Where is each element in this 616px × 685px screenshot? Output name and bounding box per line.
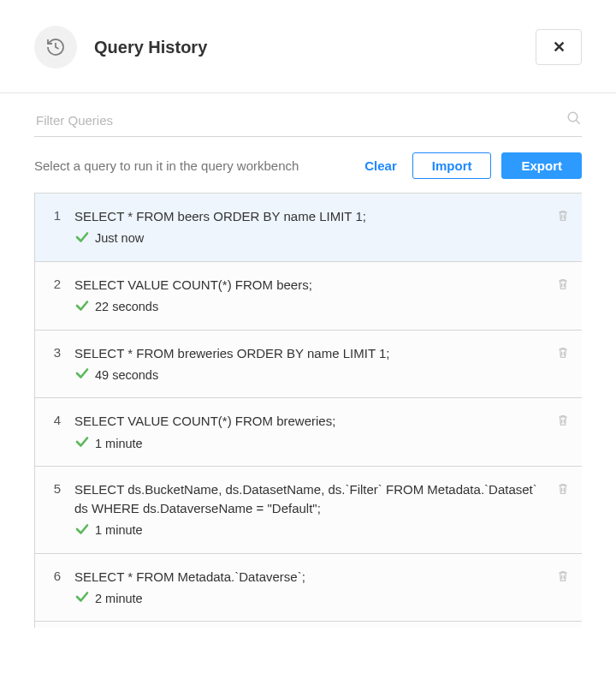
trash-icon: [556, 485, 570, 499]
query-meta: Just now: [74, 229, 542, 247]
search-icon: [566, 110, 582, 129]
close-icon: ✕: [553, 38, 566, 57]
query-sql: SELECT * FROM breweries ORDER BY name LI…: [74, 344, 542, 363]
query-row-number: 3: [47, 344, 61, 360]
query-meta: 2 minute: [74, 589, 542, 607]
query-meta: 1 minute: [74, 434, 542, 452]
trash-icon: [556, 280, 570, 295]
delete-query-button[interactable]: [556, 568, 570, 587]
filter-row: [34, 104, 582, 137]
query-sql: SELECT * FROM beers ORDER BY name LIMIT …: [74, 207, 542, 226]
filter-input[interactable]: [34, 112, 566, 128]
query-row[interactable]: 7SELECT meta(bw) AS meta, bw AS data FRO…: [35, 622, 582, 628]
query-row-number: 5: [47, 480, 61, 496]
query-time: 2 minute: [95, 592, 143, 605]
query-sql: SELECT ds.BucketName, ds.DatasetName, ds…: [74, 480, 542, 518]
query-time: Just now: [95, 231, 144, 245]
delete-query-button[interactable]: [556, 480, 570, 500]
query-sql: SELECT VALUE COUNT(*) FROM beers;: [74, 276, 542, 295]
query-row-number: 1: [47, 207, 61, 223]
query-row-number: 2: [47, 276, 61, 291]
query-row-content: SELECT VALUE COUNT(*) FROM breweries;1 m…: [74, 412, 542, 452]
trash-icon: [556, 572, 570, 587]
query-row[interactable]: 1SELECT * FROM beers ORDER BY name LIMIT…: [35, 194, 582, 262]
trash-icon: [556, 211, 570, 226]
query-meta: 1 minute: [74, 521, 542, 539]
check-icon: [74, 229, 90, 247]
check-icon: [74, 521, 90, 539]
query-row[interactable]: 2SELECT VALUE COUNT(*) FROM beers;22 sec…: [35, 262, 582, 331]
query-time: 1 minute: [95, 437, 143, 450]
delete-query-button[interactable]: [556, 207, 570, 227]
query-row[interactable]: 6SELECT * FROM Metadata.`Dataverse`;2 mi…: [35, 554, 582, 622]
dialog-title: Query History: [94, 38, 536, 57]
query-row-content: SELECT * FROM beers ORDER BY name LIMIT …: [74, 207, 542, 247]
delete-query-button[interactable]: [556, 276, 570, 295]
query-time: 49 seconds: [95, 368, 158, 382]
query-row-content: SELECT * FROM Metadata.`Dataverse`;2 min…: [74, 568, 542, 608]
check-icon: [74, 298, 90, 316]
trash-icon: [556, 348, 570, 363]
check-icon: [74, 434, 90, 452]
query-row-content: SELECT VALUE COUNT(*) FROM beers;22 seco…: [74, 276, 542, 316]
query-sql: SELECT * FROM Metadata.`Dataverse`;: [74, 568, 542, 587]
query-row-content: SELECT * FROM breweries ORDER BY name LI…: [74, 344, 542, 384]
dialog-body: Select a query to run it in the query wo…: [0, 93, 616, 628]
check-icon: [74, 589, 90, 607]
query-sql: SELECT VALUE COUNT(*) FROM breweries;: [74, 412, 542, 431]
query-row-number: 6: [47, 568, 61, 583]
clear-button[interactable]: Clear: [359, 153, 402, 178]
export-button[interactable]: Export: [501, 152, 582, 179]
query-row[interactable]: 4SELECT VALUE COUNT(*) FROM breweries;1 …: [35, 398, 582, 467]
instruction-text: Select a query to run it in the query wo…: [34, 158, 349, 173]
action-row: Select a query to run it in the query wo…: [34, 137, 582, 193]
query-list[interactable]: 1SELECT * FROM beers ORDER BY name LIMIT…: [34, 193, 582, 628]
query-row-number: 4: [47, 412, 61, 427]
close-button[interactable]: ✕: [536, 29, 582, 65]
check-icon: [74, 366, 90, 384]
query-row[interactable]: 5SELECT ds.BucketName, ds.DatasetName, d…: [35, 467, 582, 554]
delete-query-button[interactable]: [556, 412, 570, 432]
query-time: 22 seconds: [95, 300, 158, 313]
history-icon: [34, 26, 77, 68]
trash-icon: [556, 416, 570, 431]
query-meta: 22 seconds: [74, 298, 542, 316]
query-time: 1 minute: [95, 523, 143, 537]
delete-query-button[interactable]: [556, 344, 570, 364]
import-button[interactable]: Import: [412, 152, 492, 179]
query-meta: 49 seconds: [74, 366, 542, 384]
query-row-content: SELECT ds.BucketName, ds.DatasetName, ds…: [74, 480, 542, 539]
query-row[interactable]: 3SELECT * FROM breweries ORDER BY name L…: [35, 331, 582, 399]
dialog-header: Query History ✕: [0, 0, 616, 92]
